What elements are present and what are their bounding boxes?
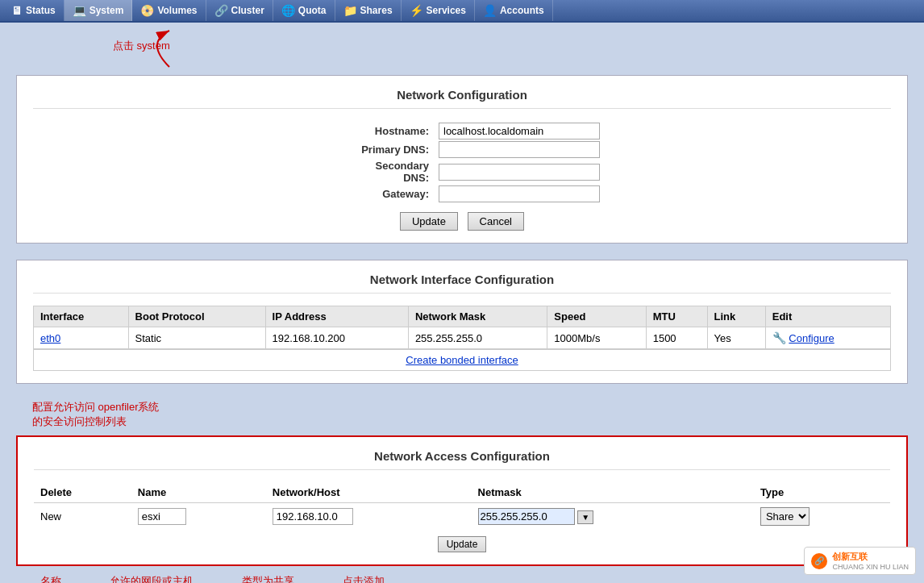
access-name-cell: [131, 503, 266, 531]
access-col-network: Network/Host: [266, 482, 472, 503]
access-network-cell: [266, 503, 472, 531]
services-nav-icon: ⚡: [410, 4, 423, 17]
gateway-label: Gateway:: [324, 185, 437, 202]
access-row-new: New ▼ Share: [34, 503, 890, 531]
annotation-network: 允许的网段或主机: [110, 574, 194, 583]
network-interface-title: Network Interface Configuration: [33, 273, 891, 294]
interface-eth0-mtu: 1500: [646, 327, 707, 349]
secondary-dns-label: SecondaryDNS:: [324, 160, 437, 184]
primary-dns-input[interactable]: [439, 141, 600, 158]
nav-tab-system[interactable]: 💻System: [65, 0, 133, 21]
gateway-input[interactable]: [439, 185, 600, 202]
services-nav-label: Services: [427, 5, 466, 16]
annotation-area: 点击 system: [16, 31, 908, 75]
primary-dns-row: Primary DNS:: [324, 141, 600, 158]
col-boot-protocol: Boot Protocol: [128, 306, 265, 327]
configure-icon: 🔧: [772, 331, 786, 344]
content-area: 点击 system Network Configuration Hostname…: [0, 23, 924, 583]
access-delete-new: New: [34, 503, 131, 531]
interface-eth0-link-status: Yes: [707, 327, 765, 349]
col-network-mask: Network Mask: [408, 306, 547, 327]
annotation-update: 点击添加: [343, 574, 385, 583]
annotation2-area: 配置允许访问 openfiler系统的安全访问控制列表: [32, 400, 908, 429]
accounts-nav-label: Accounts: [500, 5, 544, 16]
nav-tab-services[interactable]: ⚡Services: [402, 0, 475, 21]
access-type-select[interactable]: Share Host: [760, 507, 810, 526]
col-link: Link: [707, 306, 765, 327]
gateway-row: Gateway:: [324, 185, 600, 202]
system-nav-label: System: [89, 5, 124, 16]
access-col-netmask: Netmask: [472, 482, 754, 503]
interface-eth0-ip: 192.168.10.200: [265, 327, 408, 349]
secondary-dns-row: SecondaryDNS:: [324, 160, 600, 184]
interface-eth0-link[interactable]: eth0: [34, 327, 129, 349]
col-edit: Edit: [765, 306, 890, 327]
watermark: 🔗 创新互联 CHUANG XIN HU LIAN: [804, 547, 916, 575]
access-update-area: Update: [34, 536, 890, 552]
access-network-input[interactable]: [273, 508, 353, 525]
access-netmask-cell: ▼: [472, 503, 754, 531]
access-netmask-select[interactable]: [478, 508, 575, 525]
nav-tab-status[interactable]: 🖥Status: [3, 0, 65, 21]
shares-nav-label: Shares: [360, 5, 393, 16]
nav-tab-volumes[interactable]: 📀Volumes: [132, 0, 206, 21]
netmask-dropdown-icon[interactable]: ▼: [577, 510, 593, 524]
quota-nav-icon: 🌐: [281, 4, 295, 17]
quota-nav-label: Quota: [298, 5, 327, 16]
volumes-nav-label: Volumes: [157, 5, 197, 16]
network-access-panel: Network Access Configuration Delete Name…: [16, 435, 908, 566]
network-config-buttons: Update Cancel: [33, 212, 891, 231]
interface-row-eth0: eth0 Static 192.168.10.200 255.255.255.0…: [34, 327, 891, 349]
status-nav-icon: 🖥: [11, 4, 23, 17]
access-col-type: Type: [754, 482, 890, 503]
navbar: 🖥Status💻System📀Volumes🔗Cluster🌐Quota📁Sha…: [0, 0, 924, 23]
create-bonded-link[interactable]: Create bonded interface: [406, 354, 518, 366]
nav-tab-shares[interactable]: 📁Shares: [335, 0, 402, 21]
nav-tab-accounts[interactable]: 👤Accounts: [475, 0, 553, 21]
access-update-button[interactable]: Update: [438, 536, 487, 552]
nav-tab-cluster[interactable]: 🔗Cluster: [206, 0, 273, 21]
interface-table: Interface Boot Protocol IP Address Netwo…: [33, 306, 891, 349]
interface-eth0-mask: 255.255.255.0: [408, 327, 547, 349]
access-table: Delete Name Network/Host Netmask Type Ne…: [34, 482, 890, 530]
volumes-nav-icon: 📀: [140, 4, 154, 17]
access-name-input[interactable]: [138, 508, 186, 525]
red-arrow: [121, 27, 185, 71]
network-access-title: Network Access Configuration: [34, 449, 890, 470]
secondary-dns-input[interactable]: [439, 164, 600, 181]
status-nav-label: Status: [26, 5, 56, 16]
bottom-annotations: 名称 允许的网段或主机 类型为共享 点击添加: [16, 574, 908, 583]
update-network-button[interactable]: Update: [400, 212, 458, 231]
accounts-nav-icon: 👤: [483, 4, 497, 17]
nav-tab-quota[interactable]: 🌐Quota: [273, 0, 335, 21]
col-interface: Interface: [34, 306, 129, 327]
access-col-delete: Delete: [34, 482, 131, 503]
access-table-header: Delete Name Network/Host Netmask Type: [34, 482, 890, 503]
hostname-row: Hostname:: [324, 123, 600, 140]
watermark-text: 创新互联 CHUANG XIN HU LIAN: [832, 551, 909, 571]
interface-eth0-boot: Static: [128, 327, 265, 349]
access-col-name: Name: [131, 482, 266, 503]
col-speed: Speed: [547, 306, 646, 327]
interface-table-header: Interface Boot Protocol IP Address Netwo…: [34, 306, 891, 327]
interface-eth0-edit[interactable]: 🔧 Configure: [765, 327, 890, 349]
col-ip-address: IP Address: [265, 306, 408, 327]
network-config-form: Hostname: Primary DNS: SecondaryDNS: Gat…: [323, 121, 601, 204]
cluster-nav-icon: 🔗: [214, 4, 228, 17]
cancel-network-button[interactable]: Cancel: [468, 212, 524, 231]
annotation2-text: 配置允许访问 openfiler系统的安全访问控制列表: [32, 401, 159, 427]
hostname-label: Hostname:: [324, 123, 437, 140]
network-config-panel: Network Configuration Hostname: Primary …: [16, 75, 908, 244]
primary-dns-label: Primary DNS:: [324, 141, 437, 158]
annotation-name: 名称: [40, 574, 61, 583]
cluster-nav-label: Cluster: [231, 5, 264, 16]
network-interface-panel: Network Interface Configuration Interfac…: [16, 260, 908, 384]
system-nav-icon: 💻: [73, 4, 86, 17]
col-mtu: MTU: [646, 306, 707, 327]
watermark-logo: 🔗: [811, 553, 827, 569]
hostname-input[interactable]: [439, 123, 600, 140]
create-bonded-row: Create bonded interface: [33, 349, 891, 371]
page-wrapper: 🖥Status💻System📀Volumes🔗Cluster🌐Quota📁Sha…: [0, 0, 924, 583]
access-type-cell: Share Host: [754, 503, 890, 531]
network-config-title: Network Configuration: [33, 88, 891, 109]
